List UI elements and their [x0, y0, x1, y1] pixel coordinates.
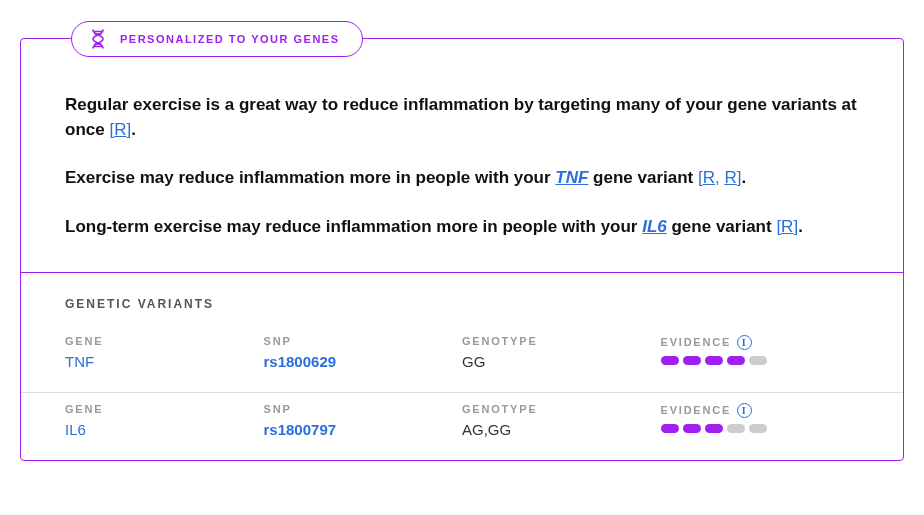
statement: Exercise may reduce inflammation more in… [65, 166, 859, 191]
gene-link-tnf[interactable]: TNF [555, 168, 588, 187]
genotype-value: GG [462, 353, 661, 370]
col-snp: SNP rs1800797 [264, 403, 463, 438]
info-icon[interactable]: i [737, 335, 752, 350]
evidence-pills [661, 424, 860, 433]
gene-value[interactable]: IL6 [65, 421, 264, 438]
col-genotype: GENOTYPE GG [462, 335, 661, 370]
evidence-pill [749, 424, 767, 433]
reference-link[interactable]: R [114, 120, 126, 139]
statement: Long-term exercise may reduce inflammati… [65, 215, 859, 240]
gene-value[interactable]: TNF [65, 353, 264, 370]
dna-icon [90, 29, 106, 49]
variant-row: GENE IL6 SNP rs1800797 GENOTYPE AG,GG EV… [21, 393, 903, 460]
col-gene: GENE TNF [65, 335, 264, 370]
gene-link-il6[interactable]: IL6 [642, 217, 667, 236]
info-icon[interactable]: i [737, 403, 752, 418]
reference-link[interactable]: R [781, 217, 793, 236]
statement: Regular exercise is a great way to reduc… [65, 93, 859, 142]
evidence-pills [661, 356, 860, 365]
col-snp: SNP rs1800629 [264, 335, 463, 370]
variants-section: GENETIC VARIANTS GENE TNF SNP rs1800629 … [21, 272, 903, 460]
variants-title: GENETIC VARIANTS [21, 273, 903, 325]
evidence-pill [683, 356, 701, 365]
badge-label: PERSONALIZED TO YOUR GENES [120, 33, 340, 45]
evidence-pill [705, 356, 723, 365]
evidence-pill [661, 356, 679, 365]
snp-value[interactable]: rs1800797 [264, 421, 463, 438]
genotype-value: AG,GG [462, 421, 661, 438]
evidence-pill [683, 424, 701, 433]
col-evidence: EVIDENCE i [661, 335, 860, 370]
evidence-pill [705, 424, 723, 433]
personalized-badge: PERSONALIZED TO YOUR GENES [71, 21, 363, 57]
reference-link[interactable]: R [724, 168, 736, 187]
evidence-pill [749, 356, 767, 365]
card-body: Regular exercise is a great way to reduc… [21, 39, 903, 272]
personalized-card: PERSONALIZED TO YOUR GENES Regular exerc… [20, 38, 904, 461]
evidence-pill [727, 424, 745, 433]
col-genotype: GENOTYPE AG,GG [462, 403, 661, 438]
variant-row: GENE TNF SNP rs1800629 GENOTYPE GG EVIDE… [21, 325, 903, 393]
col-gene: GENE IL6 [65, 403, 264, 438]
col-evidence: EVIDENCE i [661, 403, 860, 438]
reference-link[interactable]: R [703, 168, 715, 187]
evidence-pill [661, 424, 679, 433]
snp-value[interactable]: rs1800629 [264, 353, 463, 370]
evidence-pill [727, 356, 745, 365]
